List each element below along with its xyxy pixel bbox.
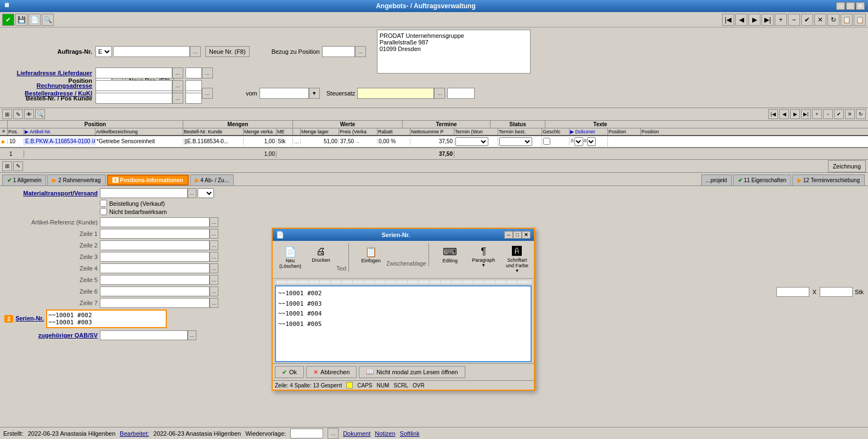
x-input[interactable] xyxy=(776,287,809,297)
grid-data-row[interactable]: ▶ 10 E.B.PKW.A-1168534-0100 /A ... *Getr… xyxy=(0,136,868,147)
nav-cancel-btn[interactable]: ✕ xyxy=(814,14,826,26)
tab-abzu[interactable]: ▶ 4 Ab- / Zu... xyxy=(190,175,234,185)
zugehoeriger-dots[interactable]: … xyxy=(188,330,196,340)
artikel-ref-input[interactable] xyxy=(100,217,210,227)
grid-tb-2[interactable]: ✎ xyxy=(13,109,23,119)
nav-extra2-btn[interactable]: 📋 xyxy=(854,14,866,26)
dokument-link[interactable]: Dokument xyxy=(343,430,370,437)
close-btn[interactable]: ✕ xyxy=(856,2,865,10)
zeile6-dots[interactable]: … xyxy=(210,286,218,296)
zeile5-dots[interactable]: … xyxy=(210,275,218,285)
nav-first-btn[interactable]: |◀ xyxy=(722,14,734,26)
modal-close-btn[interactable]: ✕ xyxy=(522,231,531,239)
vom-date-input[interactable]: 23.06.2022 xyxy=(260,88,309,99)
grid-nav-minus[interactable]: − xyxy=(823,109,833,119)
grid-nav-refresh[interactable]: ↻ xyxy=(856,109,866,119)
auftrags-type-select[interactable]: E A xyxy=(95,46,112,57)
artikel-ref-dots[interactable]: … xyxy=(210,217,218,227)
maximize-btn[interactable]: □ xyxy=(846,2,855,10)
nav-last-btn[interactable]: ▶| xyxy=(762,14,774,26)
rechnung-num-input[interactable] xyxy=(185,80,202,91)
vom-date-dropdown[interactable]: ▼ xyxy=(309,88,320,99)
schriftart-btn[interactable]: 🅰 Schriftartund Farbe ▼ xyxy=(503,243,532,276)
ok-btn[interactable]: ✔ Ok xyxy=(275,366,304,378)
toolbar-check-btn[interactable]: ✔ xyxy=(2,14,14,26)
nav-play-btn[interactable]: ▶ xyxy=(748,14,760,26)
modal-minimize-btn[interactable]: ─ xyxy=(504,231,513,239)
tab-projekt[interactable]: ...projekt xyxy=(701,175,732,185)
nav-refresh-btn[interactable]: ↻ xyxy=(827,14,839,26)
grid-nav-ok[interactable]: ✔ xyxy=(834,109,844,119)
stk-input[interactable] xyxy=(820,287,853,297)
drucken-btn[interactable]: 🖨 Drucken xyxy=(306,243,336,272)
zeile3-dots[interactable]: … xyxy=(210,252,218,262)
materialtransport-select[interactable] xyxy=(198,188,214,198)
grid-nav-prev[interactable]: ◀ xyxy=(779,109,789,119)
grid-nav-first[interactable]: |◀ xyxy=(768,109,778,119)
bezug-dropdown[interactable]: … xyxy=(355,46,366,57)
grid-nav-last[interactable]: ▶| xyxy=(801,109,811,119)
zeile7-dots[interactable]: … xyxy=(210,298,218,308)
nav-confirm-btn[interactable]: ✔ xyxy=(801,14,813,26)
grid-nav-next[interactable]: ▶ xyxy=(790,109,800,119)
liefer-label[interactable]: Lieferadresse /Lieferdauer xyxy=(4,70,92,76)
paragraph-btn[interactable]: ¶ Paragraph ▼ xyxy=(469,243,498,271)
grid-tb-3[interactable]: 👁 xyxy=(24,109,34,119)
modal-maximize-btn[interactable]: □ xyxy=(513,231,522,239)
nav-prev-btn[interactable]: ◀ xyxy=(735,14,747,26)
neu-btn[interactable]: 📄 Neu(Löschen) xyxy=(275,243,306,272)
zeile5-input[interactable] xyxy=(100,275,210,285)
modal-content[interactable]: ~~10001 #002 ~~10001 #003 ~~10001 #004 ~… xyxy=(275,285,532,362)
grid-nav-add[interactable]: + xyxy=(812,109,822,119)
einfuegen-btn[interactable]: 📋 Einfügen xyxy=(356,243,386,267)
zugehoeriger-input[interactable] xyxy=(100,330,188,340)
nav-extra1-btn[interactable]: 📋 xyxy=(841,14,853,26)
tab-allgemein[interactable]: ✔ 1 Allgemein xyxy=(2,175,46,185)
neue-nr-btn[interactable]: Neue Nr. (F8) xyxy=(205,46,250,57)
bestell-nr-input[interactable] xyxy=(95,93,172,104)
liefer-num-dropdown[interactable]: … xyxy=(202,67,213,78)
softlink-link[interactable]: Softlink xyxy=(400,430,420,437)
zeile2-input[interactable] xyxy=(100,240,210,250)
zeile2-dots[interactable]: … xyxy=(210,240,218,250)
nav-minus-btn[interactable]: − xyxy=(788,14,800,26)
tab-terminverschiebung[interactable]: ▶ 12 Terminverschiebung xyxy=(792,175,865,185)
besteller-num-dropdown[interactable]: … xyxy=(202,88,213,99)
zeile1-dots[interactable]: … xyxy=(210,229,218,239)
nav-add-btn[interactable]: + xyxy=(775,14,787,26)
tab-rahmenvertrag[interactable]: ▶ 2 Rahmenvertrag xyxy=(47,175,105,185)
nicht-bedarfs-checkbox[interactable] xyxy=(100,208,107,215)
toolbar-doc-btn[interactable]: 📄 xyxy=(29,14,41,26)
liefer-dropdown[interactable]: … xyxy=(172,67,183,78)
toolbar-search-btn[interactable]: 🔍 xyxy=(42,14,54,26)
tab-positions-info[interactable]: 3 Positions-Informationen xyxy=(107,175,189,185)
zeile4-input[interactable] xyxy=(100,263,210,273)
wiedervorlage-input[interactable] xyxy=(290,429,323,438)
bezug-input[interactable] xyxy=(322,46,355,57)
serien-nr-label[interactable]: Serien-Nr. xyxy=(15,315,44,322)
grid-tb-4[interactable]: 🔍 xyxy=(35,109,45,119)
auftrags-nr-input[interactable]: AG22-00115 xyxy=(113,46,190,57)
bestellung-checkbox[interactable] xyxy=(100,200,107,207)
toolbar-save-btn[interactable]: 💾 xyxy=(15,14,27,26)
rechnung-input[interactable]: # xyxy=(95,80,172,91)
rechnung-dropdown[interactable]: … xyxy=(172,80,183,91)
bottom-tb-1[interactable]: ⊞ xyxy=(2,161,12,171)
minimize-btn[interactable]: ─ xyxy=(836,2,845,10)
liefer-num-input[interactable] xyxy=(185,67,202,78)
zeile6-input[interactable] xyxy=(100,286,210,296)
liefer-input[interactable]: # xyxy=(95,67,172,78)
editing-btn[interactable]: ⌨ Editing xyxy=(436,243,465,266)
zeile4-dots[interactable]: … xyxy=(210,263,218,273)
zeile3-input[interactable] xyxy=(100,252,210,262)
grid-tb-1[interactable]: ⊞ xyxy=(2,109,12,119)
zugehoeriger-label[interactable]: zugehöriger QAB/SV xyxy=(4,332,98,339)
notizen-link[interactable]: Notizen xyxy=(375,430,395,437)
zeile1-input[interactable] xyxy=(100,229,210,239)
bearbeitet-label[interactable]: Bearbeitet: xyxy=(120,430,149,437)
rechnung-label[interactable]: Rechnungsadresse xyxy=(4,82,92,89)
materialtransport-label[interactable]: Materialtransport/Versand xyxy=(4,190,98,196)
zeile7-input[interactable] xyxy=(100,298,210,308)
steuer-dropdown[interactable]: … xyxy=(434,88,445,99)
bestell-nr-num-input[interactable] xyxy=(185,93,202,104)
